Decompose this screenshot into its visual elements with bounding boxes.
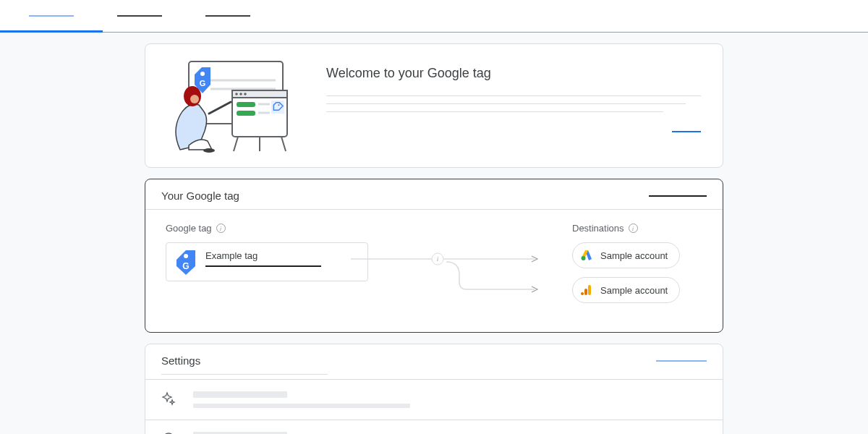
svg-rect-25	[588, 285, 591, 295]
svg-point-21	[203, 148, 215, 153]
welcome-link[interactable]	[672, 131, 701, 132]
welcome-illustration: G	[167, 59, 297, 153]
ads-icon	[580, 249, 593, 262]
svg-rect-12	[237, 111, 255, 116]
svg-rect-26	[584, 289, 587, 295]
google-tag-header: Your Google tag	[161, 190, 239, 202]
tag-box[interactable]: G Example tag	[166, 242, 368, 281]
info-icon[interactable]: i	[629, 224, 638, 233]
svg-point-3	[200, 72, 205, 76]
google-tag-card: Your Google tag Google tag i G	[145, 179, 723, 333]
svg-point-7	[235, 93, 238, 95]
svg-point-22	[184, 254, 188, 258]
welcome-card: G	[145, 43, 723, 168]
destination-pill-ads[interactable]: Sample account	[572, 242, 680, 268]
tab-bar	[0, 0, 868, 33]
svg-line-17	[281, 137, 286, 151]
svg-rect-10	[237, 102, 255, 107]
tag-header-right-placeholder	[649, 195, 707, 197]
analytics-icon	[580, 284, 593, 297]
settings-row-2[interactable]	[145, 420, 723, 434]
destination-label: Sample account	[600, 250, 668, 261]
svg-text:G: G	[200, 79, 206, 88]
settings-link[interactable]	[656, 360, 707, 362]
tag-id-placeholder	[205, 265, 321, 267]
tab-3[interactable]	[205, 0, 250, 32]
welcome-title: Welcome to your Google tag	[326, 66, 701, 81]
google-tag-icon: G	[176, 250, 195, 273]
svg-point-24	[582, 256, 586, 260]
svg-point-9	[244, 93, 247, 95]
info-icon[interactable]: i	[216, 224, 226, 233]
tag-name: Example tag	[205, 250, 321, 261]
svg-point-8	[239, 93, 242, 95]
svg-point-20	[190, 95, 199, 103]
settings-row-1[interactable]	[145, 379, 723, 420]
destination-label: Sample account	[600, 285, 668, 296]
google-tag-label: Google tag	[166, 223, 212, 234]
svg-point-27	[581, 292, 584, 295]
sparkle-icon	[161, 391, 176, 406]
tab-1[interactable]	[29, 0, 74, 32]
tab-2[interactable]	[117, 0, 162, 32]
destination-pill-analytics[interactable]: Sample account	[572, 277, 680, 303]
settings-card: Settings	[145, 344, 723, 434]
destinations-label: Destinations	[572, 223, 624, 234]
svg-text:G: G	[182, 261, 189, 271]
svg-line-16	[234, 137, 238, 151]
settings-header: Settings	[161, 354, 200, 367]
